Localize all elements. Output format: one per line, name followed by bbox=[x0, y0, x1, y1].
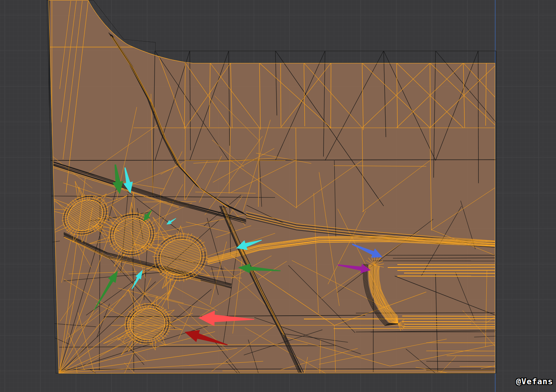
wireframe-scene bbox=[0, 0, 556, 392]
3d-viewport[interactable]: @Vefans bbox=[0, 0, 556, 392]
watermark: @Vefans bbox=[516, 377, 553, 386]
